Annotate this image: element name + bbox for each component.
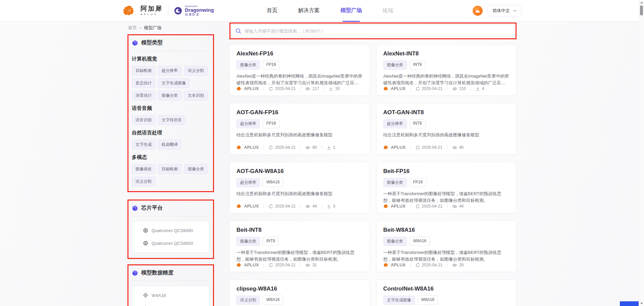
header: 阿加犀 APLUX Qualcomm Dragonwing 高通跃龙 首页解决方… — [0, 0, 644, 21]
model-precision-tag[interactable]: W8A16 — [263, 178, 283, 187]
filter-tag[interactable]: 目标检测 — [158, 164, 181, 174]
card-downloads-count: 1 — [333, 145, 335, 150]
card-brand-label: APLUX — [244, 145, 259, 150]
target-icon — [143, 293, 148, 298]
model-category-tag[interactable]: 图像分类 — [236, 60, 260, 70]
section-title-precision: 模型数据精度 — [141, 269, 173, 276]
model-category-tag[interactable]: 语义分割 — [236, 296, 260, 305]
model-category-tag[interactable]: 文字生成图像 — [383, 296, 415, 305]
filter-list-item[interactable]: INT8 — [141, 302, 205, 306]
card-views: 45 — [452, 145, 464, 150]
filter-list-item[interactable]: W4A16 — [141, 289, 205, 302]
filter-tag[interactable]: 深度估计 — [132, 91, 155, 100]
breadcrumb-home[interactable]: 首页 — [128, 25, 137, 31]
card-views-count: 25 — [459, 263, 464, 267]
card-date: 2025-04-21 — [275, 263, 296, 267]
page-scrollbar[interactable] — [639, 0, 644, 306]
nav-item[interactable]: 论坛 — [383, 0, 393, 21]
model-card-grid: AlexNet-FP16 图像分类 FP16 AlexNet是一种经典的卷积神经… — [229, 44, 517, 306]
corner-blue-widget[interactable] — [620, 301, 639, 306]
card-downloads: 1 — [327, 145, 335, 150]
model-card[interactable]: Beit-W8A16 图像分类 W8A16 一种基于Transformer的图像… — [376, 221, 517, 272]
filter-tag[interactable]: 文字生成 — [132, 140, 155, 149]
model-search-input[interactable] — [231, 25, 515, 37]
filter-tag[interactable]: 语音识别 — [132, 115, 155, 125]
filter-tag[interactable]: 图像分类 — [158, 91, 181, 100]
filter-tag[interactable]: 文字生成图像 — [158, 78, 190, 88]
filter-tag[interactable]: 目标检测 — [132, 66, 155, 76]
aplux-mark-icon — [236, 145, 242, 150]
model-category-tag[interactable]: 图像分类 — [383, 60, 407, 70]
model-card[interactable]: clipseg-W8A16 语义分割 W8A16 基于CLIP的零样本图像分割模… — [229, 279, 370, 306]
card-downloads: 3 — [327, 204, 335, 209]
model-card[interactable]: AlexNet-FP16 图像分类 FP16 AlexNet是一种经典的卷积神经… — [229, 44, 370, 96]
filter-tag[interactable]: 文字转语音 — [158, 115, 185, 125]
model-precision-tag[interactable]: W8A16 — [418, 296, 438, 305]
filter-tag[interactable]: 图像分类 — [184, 164, 208, 174]
model-card[interactable]: AOT-GAN-W8A16 超分辨率 W8A16 结合注意机制和多尺度判别器的高… — [229, 162, 370, 213]
model-category-tag[interactable]: 超分辨率 — [236, 178, 260, 187]
filter-tag[interactable]: 语义分割 — [132, 177, 155, 186]
filter-list-item[interactable]: Qualcomm QCS8550 — [141, 237, 205, 250]
model-precision-tag[interactable]: W8A16 — [410, 237, 430, 246]
main-nav: 首页解决方案模型广场论坛 — [267, 0, 393, 21]
model-card[interactable]: AlexNet-INT8 图像分类 INT8 AlexNet是一种经典的卷积神经… — [376, 44, 517, 96]
model-precision-tag[interactable]: FP16 — [410, 178, 427, 187]
filter-tag[interactable]: 机器翻译 — [158, 140, 181, 149]
model-precision-tag[interactable]: INT8 — [410, 60, 426, 70]
aplux-logo[interactable]: 阿加犀 APLUX — [122, 5, 163, 16]
model-category-tag[interactable]: 超分辨率 — [236, 119, 260, 128]
model-precision-tag[interactable]: FP16 — [263, 119, 280, 128]
model-category-tag[interactable]: 图像分类 — [236, 237, 260, 246]
scrollbar-down-arrow[interactable] — [640, 303, 643, 304]
model-category-tag[interactable]: 图像分类 — [383, 178, 407, 187]
model-card-description: 一种基于Transformer的图像处理模型，借鉴BERT的预训练思想，能够有效… — [383, 249, 510, 263]
filter-tag[interactable]: 文本识别 — [184, 91, 208, 100]
card-views: 44 — [305, 204, 317, 209]
model-card[interactable]: Beit-INT8 图像分类 INT8 一种基于Transformer的图像处理… — [229, 221, 370, 272]
model-precision-tag[interactable]: W8A16 — [263, 296, 283, 305]
dragonwing-logo[interactable]: Qualcomm Dragonwing 高通跃龙 — [174, 5, 214, 16]
card-downloads: 4 — [476, 86, 484, 91]
card-brand-label: APLUX — [391, 86, 406, 91]
model-category-tag[interactable]: 超分辨率 — [383, 119, 407, 128]
group-name: 自然语言处理 — [132, 130, 210, 136]
model-card[interactable]: AOT-GAN-FP16 超分辨率 FP16 结合注意机制和多尺度判别器的高效图… — [229, 103, 370, 155]
filter-tag[interactable]: 语义分割 — [184, 66, 208, 76]
model-card-title: AOT-GAN-FP16 — [236, 109, 363, 116]
nav-item[interactable]: 解决方案 — [298, 0, 320, 21]
card-date: 2025-04-21 — [275, 145, 296, 150]
filter-tag[interactable]: 图像描述 — [132, 164, 155, 174]
card-views: 210 — [452, 86, 466, 91]
model-card[interactable]: AOT-GAN-INT8 超分辨率 INT8 结合注意机制和多尺度判别器的高效图… — [376, 103, 517, 155]
chevron-down-icon — [513, 10, 517, 12]
model-card-title: Beit-W8A16 — [383, 227, 510, 233]
model-precision-tag[interactable]: INT8 — [410, 119, 426, 128]
card-updated: 2025-04-21 — [269, 204, 296, 209]
aplux-mark-icon — [383, 86, 389, 91]
model-precision-tag[interactable]: INT8 — [263, 237, 279, 246]
model-card[interactable]: Beit-FP16 图像分类 FP16 一种基于Transformer的图像处理… — [376, 162, 517, 213]
model-card-footer: APLUX 2025-04-21 210 — [383, 86, 510, 91]
model-precision-tag[interactable]: FP16 — [263, 60, 280, 70]
card-brand: APLUX — [236, 204, 259, 209]
model-type-group: 计算机视觉 目标检测 超分辨率 语义分割 姿态估计 文字生成图像 深度估计 图像… — [132, 56, 210, 100]
model-card-footer: APLUX 2025-04-21 60 — [236, 145, 363, 150]
filter-tag[interactable]: 姿态估计 — [132, 78, 155, 88]
card-views-count: 60 — [312, 145, 317, 150]
card-brand-label: APLUX — [244, 263, 259, 267]
card-updated: 2025-04-21 — [416, 263, 442, 267]
chip-icon — [143, 228, 148, 233]
nav-item[interactable]: 首页 — [267, 0, 277, 21]
filter-tag[interactable]: 超分辨率 — [158, 66, 181, 76]
user-avatar[interactable] — [473, 6, 483, 16]
card-views: 31 — [305, 263, 317, 267]
scrollbar-thumb[interactable] — [640, 5, 643, 15]
nav-item[interactable]: 模型广场 — [340, 0, 362, 21]
scrollbar-up-arrow[interactable] — [640, 2, 643, 3]
model-card-description: 结合注意机制和多尺度判别器的高效图像修复模型 — [236, 132, 363, 138]
model-card[interactable]: ControlNet-W8A16 文字生成图像 W8A16 一种先进的图像生成控… — [376, 279, 517, 306]
filter-list-item[interactable]: Qualcomm QCS6490 — [141, 224, 205, 237]
language-selector[interactable]: 简体中文 — [487, 5, 522, 16]
model-category-tag[interactable]: 图像分类 — [383, 237, 407, 246]
